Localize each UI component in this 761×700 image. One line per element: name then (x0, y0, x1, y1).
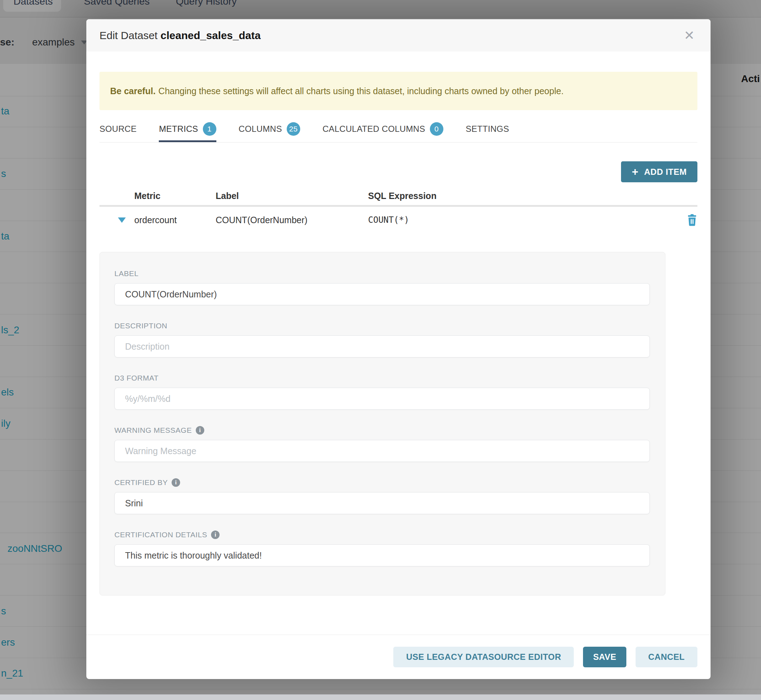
warning-banner-bold: Be careful. (110, 86, 156, 96)
column-header-label: Label (216, 191, 368, 201)
save-button[interactable]: SAVE (583, 647, 626, 667)
metric-row: ordercount COUNT(OrderNumber) COUNT(*) (100, 207, 697, 233)
description-field-label: DESCRIPTION (114, 322, 650, 330)
metric-name: ordercount (134, 215, 216, 225)
close-icon[interactable]: ✕ (678, 19, 700, 52)
certified-by-field-label-text: CERTIFIED BY (114, 478, 168, 487)
column-header-sql-expression: SQL Expression (368, 191, 680, 201)
cancel-button[interactable]: CANCEL (636, 647, 697, 667)
tab-metrics-label: METRICS (159, 124, 198, 134)
info-icon: i (196, 426, 204, 434)
certification-details-input[interactable] (114, 544, 650, 566)
metric-label: COUNT(OrderNumber) (216, 215, 368, 225)
d3-format-field-label-text: D3 FORMAT (114, 374, 158, 382)
screen: Datasets Saved Queries Query History se:… (0, 0, 761, 700)
description-input[interactable] (114, 336, 650, 358)
add-item-button[interactable]: + ADD ITEM (621, 161, 697, 182)
metric-detail-panel: LABEL DESCRIPTION D3 FORMAT WARNING MESS… (100, 252, 666, 595)
warning-message-input[interactable] (114, 440, 650, 462)
modal-title: Edit Dataset cleaned_sales_data (100, 30, 261, 42)
tab-source[interactable]: SOURCE (100, 117, 136, 142)
d3-format-input[interactable] (114, 388, 650, 410)
modal-body: Be careful. Changing these settings will… (86, 72, 711, 595)
warning-message-field-label: WARNING MESSAGE i (114, 426, 650, 434)
add-item-bar: + ADD ITEM (100, 161, 697, 182)
info-icon: i (211, 531, 220, 539)
tab-metrics[interactable]: METRICS 1 (159, 117, 216, 142)
tab-calculated-columns[interactable]: CALCULATED COLUMNS 0 (323, 117, 444, 142)
metrics-table: Metric Label SQL Expression ordercount C… (100, 186, 697, 233)
certified-by-input[interactable] (114, 492, 650, 514)
tab-source-label: SOURCE (100, 124, 136, 134)
edit-dataset-modal: Edit Dataset cleaned_sales_data ✕ Be car… (86, 19, 711, 679)
metric-sql-expression: COUNT(*) (368, 215, 680, 225)
d3-format-field-label: D3 FORMAT (114, 374, 650, 382)
column-header-metric: Metric (134, 191, 216, 201)
warning-banner-text: Changing these settings will affect all … (158, 86, 564, 96)
horizontal-scrollbar[interactable] (0, 694, 761, 700)
tab-metrics-badge: 1 (203, 122, 216, 136)
modal-title-prefix: Edit Dataset (100, 30, 161, 41)
certification-details-field-label: CERTIFICATION DETAILS i (114, 531, 650, 539)
add-item-label: ADD ITEM (644, 167, 687, 177)
warning-banner: Be careful. Changing these settings will… (100, 72, 697, 110)
warning-message-field-label-text: WARNING MESSAGE (114, 426, 192, 434)
description-field-label-text: DESCRIPTION (114, 322, 167, 330)
plus-icon: + (632, 166, 638, 177)
label-field-label-text: LABEL (114, 269, 139, 278)
label-input[interactable] (114, 283, 650, 305)
modal-tabs: SOURCE METRICS 1 COLUMNS 25 CALCULATED C… (100, 117, 697, 142)
tab-columns-label: COLUMNS (239, 124, 282, 134)
tab-calculated-columns-badge: 0 (430, 122, 444, 136)
collapse-caret-icon[interactable] (118, 217, 126, 223)
modal-header: Edit Dataset cleaned_sales_data ✕ (86, 19, 711, 52)
tab-calculated-columns-label: CALCULATED COLUMNS (323, 124, 425, 134)
certification-details-field-label-text: CERTIFICATION DETAILS (114, 531, 207, 539)
info-icon: i (172, 478, 180, 487)
tab-settings-label: SETTINGS (466, 124, 509, 134)
tab-columns[interactable]: COLUMNS 25 (239, 117, 300, 142)
certified-by-field-label: CERTIFIED BY i (114, 478, 650, 487)
modal-footer: USE LEGACY DATASOURCE EDITOR SAVE CANCEL (86, 634, 711, 679)
tab-columns-badge: 25 (287, 122, 300, 136)
label-field-label: LABEL (114, 269, 650, 278)
metrics-table-header-row: Metric Label SQL Expression (100, 186, 697, 207)
delete-metric-button[interactable] (680, 214, 697, 226)
modal-title-dataset-name: cleaned_sales_data (161, 30, 261, 41)
trash-icon (687, 214, 697, 226)
tab-settings[interactable]: SETTINGS (466, 117, 509, 142)
use-legacy-datasource-editor-button[interactable]: USE LEGACY DATASOURCE EDITOR (393, 647, 574, 667)
